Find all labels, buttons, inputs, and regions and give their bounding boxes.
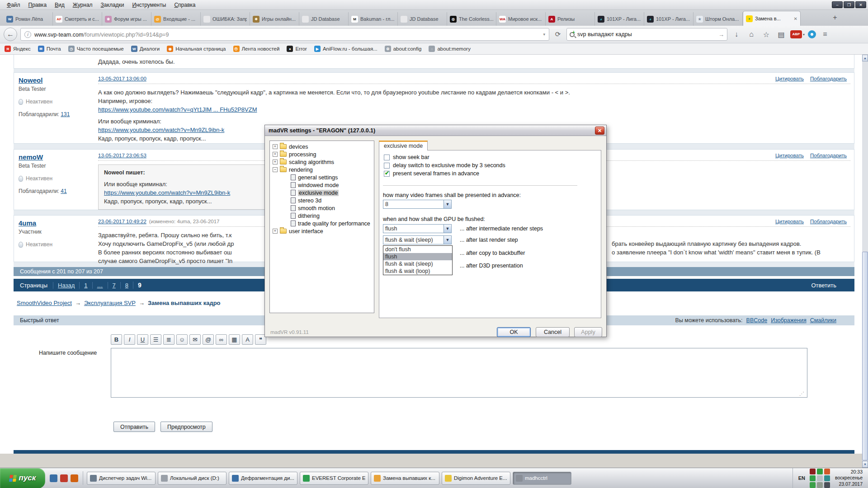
format-button[interactable]: I bbox=[124, 334, 135, 345]
format-button[interactable]: U bbox=[137, 334, 148, 345]
dropdown-option[interactable]: don't flush bbox=[383, 246, 452, 253]
page-link[interactable]: 1 bbox=[79, 282, 92, 289]
thank-link[interactable]: Поблагодарить bbox=[810, 76, 847, 81]
browser-tab[interactable]: A Релизы bbox=[546, 12, 595, 26]
search-go-icon[interactable]: → bbox=[718, 31, 724, 38]
library-icon[interactable]: ▤ bbox=[775, 30, 787, 39]
tray-icon[interactable] bbox=[810, 469, 816, 474]
browser-tab[interactable]: M Bakuman - гл... bbox=[349, 12, 398, 26]
cancel-button[interactable]: Cancel bbox=[536, 327, 570, 337]
expand-toggle-icon[interactable]: − bbox=[273, 167, 278, 172]
search-input[interactable] bbox=[577, 31, 716, 38]
bookmark-item[interactable]: Я Яндекс bbox=[5, 46, 31, 52]
quote-link[interactable]: Цитировать bbox=[775, 76, 804, 81]
post-date-link[interactable]: 13-05-2017 13:06:00 bbox=[98, 76, 146, 81]
dropdown-option[interactable]: flush & wait (sleep) bbox=[383, 260, 452, 267]
dialog-close-button[interactable]: ✕ bbox=[595, 127, 604, 135]
post-author-link[interactable]: Noweol bbox=[19, 76, 94, 84]
browser-tab[interactable]: @ Входящие - ... bbox=[151, 12, 201, 26]
menu-item[interactable]: Правка bbox=[24, 1, 51, 9]
expand-toggle-icon[interactable]: + bbox=[273, 152, 278, 157]
menu-item[interactable]: Журнал bbox=[69, 1, 97, 9]
vertical-scrollbar[interactable]: ▲ ▼ bbox=[862, 55, 868, 468]
tree-item[interactable]: − rendering bbox=[270, 166, 374, 174]
url-dropdown-icon[interactable]: ▾ bbox=[543, 32, 545, 37]
menu-item[interactable]: Инструменты bbox=[128, 1, 170, 9]
close-button[interactable]: ✕ bbox=[855, 1, 866, 8]
format-button[interactable]: ✉ bbox=[189, 334, 201, 345]
dropdown-option[interactable]: flush & wait (loop) bbox=[383, 267, 452, 275]
thank-link[interactable]: Поблагодарить bbox=[810, 153, 847, 158]
dropdown-option[interactable]: flush bbox=[383, 253, 452, 260]
back-button[interactable]: ← bbox=[4, 28, 17, 41]
tray-icon[interactable] bbox=[824, 469, 830, 474]
bookmark-item[interactable]: ⦿ Лента новостей bbox=[233, 46, 280, 52]
browser-tab[interactable]: AF Смотреть и с... bbox=[53, 12, 102, 26]
post-date-link[interactable]: 13-05-2017 23:06:53 bbox=[98, 153, 146, 158]
bbcode-link[interactable]: BBCode bbox=[746, 317, 768, 324]
chevron-down-icon[interactable]: ▼ bbox=[443, 236, 451, 244]
thanks-count-link[interactable]: 41 bbox=[61, 188, 66, 194]
checkbox-delay-switch[interactable]: delay switch to exclusive mode by 3 seco… bbox=[384, 162, 505, 169]
breadcrumb-item[interactable]: Замена выпавших кадро bbox=[148, 300, 221, 306]
bookmark-item[interactable]: ✉ Почта bbox=[38, 46, 61, 52]
resize-grip[interactable]: ⋰ bbox=[799, 391, 804, 397]
thanks-count-link[interactable]: 131 bbox=[61, 111, 70, 117]
home-icon[interactable]: ⌂ bbox=[745, 30, 757, 38]
ok-button[interactable]: OK bbox=[497, 327, 531, 337]
bookmark-item[interactable]: ◉ Начальная страница bbox=[167, 46, 226, 52]
post-author-link[interactable]: 4uma bbox=[19, 219, 94, 227]
scroll-up-icon[interactable]: ▲ bbox=[862, 55, 868, 61]
addon-icon[interactable] bbox=[808, 30, 816, 38]
format-button[interactable]: ▦ bbox=[229, 334, 240, 345]
bookmark-star-icon[interactable]: ☆ bbox=[760, 30, 772, 39]
restore-button[interactable]: ❐ bbox=[844, 1, 854, 8]
tree-item[interactable]: windowed mode bbox=[270, 181, 374, 189]
browser-tab[interactable]: ❖ Игры онлайн... bbox=[250, 12, 299, 26]
hamburger-menu-icon[interactable]: ≡ bbox=[819, 30, 831, 38]
page-link[interactable]: … bbox=[92, 282, 108, 289]
bookmark-item[interactable]: ◷ Часто посещаемые bbox=[68, 46, 124, 52]
browser-tab[interactable]: ◕ 101XP - Лига... bbox=[644, 12, 693, 26]
tree-item[interactable]: + processing bbox=[270, 150, 374, 158]
scrollbar-thumb[interactable] bbox=[862, 252, 868, 460]
bookmark-item[interactable]: ● Error bbox=[287, 46, 307, 52]
tree-item[interactable]: + scaling algorithms bbox=[270, 158, 374, 166]
browser-tab[interactable]: W Роман Лёпа bbox=[4, 12, 53, 26]
flush-intermediate-select[interactable]: flush ▼ bbox=[383, 224, 452, 233]
breadcrumb-item[interactable]: → bbox=[139, 300, 145, 306]
task-button[interactable]: EVEREST Corporate E... bbox=[300, 472, 368, 485]
flush-last-step-select[interactable]: flush & wait (sleep) ▼ bbox=[383, 235, 452, 244]
page-link[interactable]: Назад bbox=[53, 282, 79, 289]
checkbox-present-frames[interactable]: present several frames in advance bbox=[384, 170, 479, 177]
download-icon[interactable]: ↓ bbox=[731, 30, 742, 38]
tree-item[interactable]: stereo 3d bbox=[270, 197, 374, 204]
quick-launch-icon[interactable] bbox=[60, 474, 68, 482]
browser-tab[interactable]: ОШИБКА: Запро... bbox=[201, 12, 250, 26]
menu-item[interactable]: Справка bbox=[170, 1, 199, 9]
quote-link[interactable]: Цитировать bbox=[775, 219, 804, 224]
images-link[interactable]: Изображения bbox=[771, 317, 807, 324]
task-button[interactable]: Диспетчер задач Wi... bbox=[87, 472, 156, 485]
menu-item[interactable]: Закладки bbox=[97, 1, 128, 9]
format-button[interactable]: ☺ bbox=[176, 334, 188, 345]
thank-link[interactable]: Поблагодарить bbox=[810, 219, 847, 224]
page-link[interactable]: 8 bbox=[120, 282, 133, 289]
breadcrumb-item[interactable]: → bbox=[75, 300, 81, 306]
language-indicator[interactable]: EN bbox=[798, 475, 805, 481]
tree-item[interactable]: general settings bbox=[270, 174, 374, 181]
minimize-button[interactable]: – bbox=[832, 1, 843, 8]
tree-item[interactable]: + devices bbox=[270, 143, 374, 150]
checkbox-icon[interactable] bbox=[384, 171, 390, 177]
browser-tab[interactable]: ◕ 101XP - Лига... bbox=[595, 12, 644, 26]
tray-icon[interactable] bbox=[810, 482, 816, 488]
reply-link[interactable]: Ответить bbox=[811, 282, 836, 289]
format-button[interactable]: A bbox=[242, 334, 253, 345]
tree-item[interactable]: exclusive mode bbox=[270, 189, 374, 197]
checkbox-icon[interactable] bbox=[384, 163, 390, 169]
search-bar[interactable]: + → bbox=[566, 28, 727, 41]
clock[interactable]: 20:33 воскресенье 23.07.2017 bbox=[835, 469, 864, 488]
menu-item[interactable]: Вид bbox=[51, 1, 69, 9]
bookmark-item[interactable]: ◌ about:memory bbox=[429, 46, 471, 52]
format-button[interactable]: ≣ bbox=[163, 334, 175, 345]
